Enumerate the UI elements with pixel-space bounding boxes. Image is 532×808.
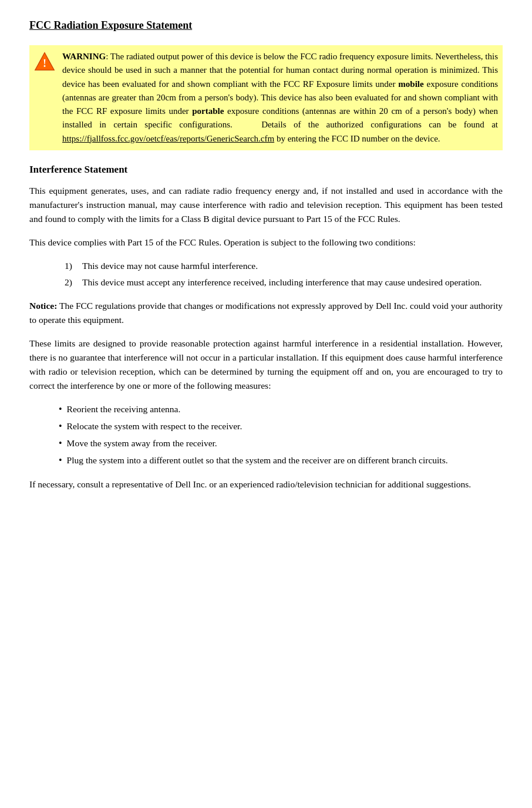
notice-paragraph: Notice: The FCC regulations provide that… <box>29 299 503 327</box>
warning-text: WARNING: The radiated output power of th… <box>62 50 498 146</box>
limits-paragraph: These limits are designed to provide rea… <box>29 336 503 393</box>
warning-box: ! WARNING: The radiated output power of … <box>29 45 503 150</box>
list-num-1: 1) <box>65 259 82 273</box>
list-item-2: 2) This device must accept any interfere… <box>65 275 503 289</box>
final-paragraph: If necessary, consult a representative o… <box>29 477 503 491</box>
bullet-item-3: • Move the system away from the receiver… <box>59 436 503 451</box>
bullet-text-4: Plug the system into a different outlet … <box>67 453 448 467</box>
interference-heading: Interference Statement <box>29 162 503 177</box>
bullet-item-1: • Reorient the receiving antenna. <box>59 402 503 417</box>
svg-text:!: ! <box>43 58 46 69</box>
bullet-text-2: Relocate the system with respect to the … <box>67 419 243 433</box>
bullet-text-1: Reorient the receiving antenna. <box>67 402 181 416</box>
page-title: FCC Radiation Exposure Statement <box>29 18 503 33</box>
bullet-list: • Reorient the receiving antenna. • Relo… <box>59 402 503 467</box>
bullet-2: • <box>59 419 62 434</box>
fcc-link[interactable]: https://fjallfoss.fcc.gov/oetcf/eas/repo… <box>62 134 274 143</box>
warning-label: WARNING <box>62 52 106 61</box>
notice-text-content: The FCC regulations provide that changes… <box>29 301 503 325</box>
list-content-1: This device may not cause harmful interf… <box>82 259 258 273</box>
portable-bold: portable <box>192 106 224 116</box>
bullet-text-3: Move the system away from the receiver. <box>67 436 217 450</box>
interference-paragraph1: This equipment generates, uses, and can … <box>29 184 503 226</box>
list-num-2: 2) <box>65 275 82 289</box>
bullet-3: • <box>59 436 62 451</box>
bullet-1: • <box>59 402 62 417</box>
warning-icon: ! <box>34 51 55 72</box>
warning-text-p4: by entering the FCC ID number on the dev… <box>274 134 440 143</box>
notice-label: Notice: <box>29 301 57 311</box>
numbered-list: 1) This device may not cause harmful int… <box>65 259 503 289</box>
bullet-item-2: • Relocate the system with respect to th… <box>59 419 503 434</box>
mobile-bold: mobile <box>398 79 423 89</box>
interference-paragraph2: This device complies with Part 15 of the… <box>29 235 503 250</box>
bullet-item-4: • Plug the system into a different outle… <box>59 453 503 468</box>
bullet-4: • <box>59 453 62 468</box>
list-content-2: This device must accept any interference… <box>82 275 482 289</box>
list-item-1: 1) This device may not cause harmful int… <box>65 259 503 273</box>
